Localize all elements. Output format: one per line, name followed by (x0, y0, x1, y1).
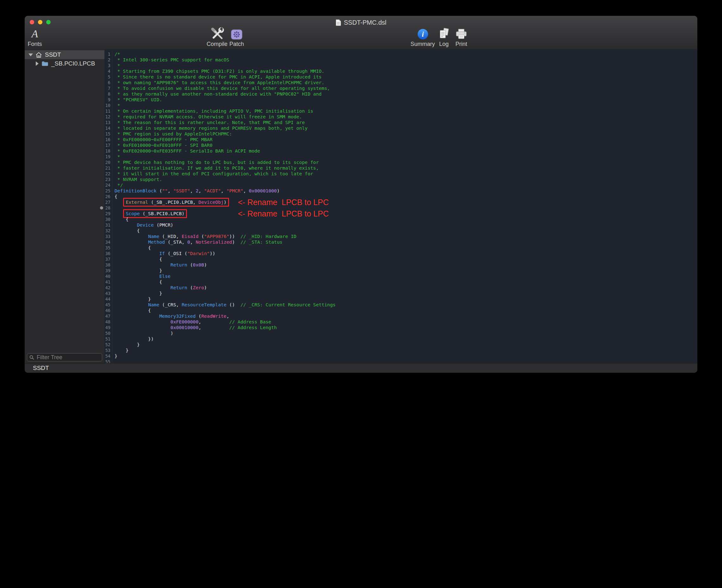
code-line[interactable]: 54} (104, 353, 697, 359)
code-line[interactable]: 7 * To avoid confusion we disable this d… (104, 85, 697, 91)
line-number: 8 (104, 91, 112, 97)
code-line[interactable]: 43 } (104, 291, 697, 296)
document-icon (336, 19, 341, 26)
line-number: 28 (104, 205, 112, 211)
code-line[interactable]: 53 } (104, 348, 697, 353)
log-label: Log (439, 41, 449, 47)
code-text: * located in separate memory regions and… (114, 125, 307, 131)
code-line[interactable]: 22 * it will start in the end of PCI con… (104, 171, 697, 176)
line-number: 38 (104, 262, 112, 268)
code-line[interactable]: 33 Name (_HID, EisaId ("APP9876")) // _H… (104, 234, 697, 239)
code-line[interactable]: 31 Device (PMCR) (104, 222, 697, 228)
filter-input[interactable] (36, 354, 100, 361)
disclosure-triangle-collapsed-icon[interactable] (36, 61, 39, 66)
code-text: { (114, 279, 162, 285)
code-line[interactable]: 32 { (104, 228, 697, 234)
code-line[interactable]: 39 } (104, 268, 697, 273)
code-line[interactable]: 52 } (104, 342, 697, 348)
line-number: 37 (104, 256, 112, 262)
line-number: 20 (104, 160, 112, 165)
code-text: * "PCHRESV" UID. (114, 97, 162, 103)
code-line[interactable]: 3 * (104, 63, 697, 68)
patch-label: Patch (229, 41, 244, 47)
print-button[interactable]: Print (455, 27, 468, 47)
code-line[interactable]: 11 * On certain implementations, includi… (104, 108, 697, 114)
code-line[interactable]: 30 { (104, 216, 697, 222)
line-number: 32 (104, 228, 112, 234)
code-line[interactable]: 44 } (104, 296, 697, 302)
code-text: * required for NVRAM access. Otherwise i… (114, 114, 302, 120)
code-text: * The reason for this is rather unclear.… (114, 120, 305, 125)
code-line[interactable]: 35 { (104, 245, 697, 251)
code-line[interactable]: 28 (104, 205, 697, 211)
code-line[interactable]: 12 * required for NVRAM access. Otherwis… (104, 114, 697, 120)
code-text: Method (_STA, 0, NotSerialized) // _STA:… (114, 239, 282, 245)
code-line[interactable]: 47 Memory32Fixed (ReadWrite, (104, 313, 697, 319)
patch-button[interactable]: Patch (229, 27, 244, 47)
code-text: * NVRAM support. (114, 176, 162, 182)
code-line[interactable]: 2 * Intel 300-series PMC support for mac… (104, 57, 697, 63)
code-line[interactable]: 50 ) (104, 330, 697, 336)
editor-pane[interactable]: 1/*2 * Intel 300-series PMC support for … (104, 49, 697, 363)
code-text: Name (_HID, EisaId ("APP9876")) // _HID:… (114, 234, 296, 239)
code-line[interactable]: 15 * PMC region is used by AppleIntelPCH… (104, 131, 697, 137)
code-line[interactable]: 24 */ (104, 182, 697, 188)
code-text: * Starting from Z390 chipsets PMC (D31:F… (114, 68, 324, 74)
documents-icon (438, 28, 450, 40)
code-line[interactable]: 46 { (104, 308, 697, 313)
code-text: ) (114, 330, 173, 336)
code-line[interactable]: 9 * "PCHRESV" UID. (104, 97, 697, 103)
code-line[interactable]: 48 0xFE000000, // Address Base (104, 319, 697, 325)
code-line[interactable]: 51 }) (104, 336, 697, 342)
code-line[interactable]: 29 Scope (_SB.PCI0.LPCB)<- Rename LPCB t… (104, 211, 697, 216)
code-line[interactable]: 1/* (104, 51, 697, 57)
code-line[interactable]: 27 External (_SB_.PCI0.LPCB, DeviceObj)<… (104, 200, 697, 205)
code-line[interactable]: 23 * NVRAM support. (104, 176, 697, 182)
line-number: 54 (104, 353, 112, 359)
line-number: 1 (104, 51, 112, 57)
code-line[interactable]: 10 * (104, 103, 697, 108)
line-number: 53 (104, 348, 112, 353)
tree-item-label: SSDT (45, 51, 61, 58)
code-line[interactable]: 18 * 0xFE020000~0xFE035FFF - SerialIo BA… (104, 148, 697, 154)
code-line[interactable]: 16 * 0xFE000000~0xFE00FFFF - PMC MBAR (104, 137, 697, 142)
code-line[interactable]: 42 Return (Zero) (104, 285, 697, 291)
code-text: * On certain implementations, including … (114, 108, 313, 114)
line-number: 45 (104, 302, 112, 308)
fonts-button[interactable]: A Fonts (27, 27, 42, 47)
disclosure-triangle-expanded-icon[interactable] (28, 54, 33, 56)
code-line[interactable]: 37 { (104, 256, 697, 262)
tree-item-lpcb[interactable]: _SB.PCI0.LPCB (25, 59, 104, 68)
code-line[interactable]: 21 * faster initialisation. If we add it… (104, 165, 697, 171)
code-text: /* (114, 51, 120, 57)
code-line[interactable]: 38 Return (0x0B) (104, 262, 697, 268)
code-line[interactable]: 4 * Starting from Z390 chipsets PMC (D31… (104, 68, 697, 74)
tree-item-ssdt[interactable]: SSDT (25, 50, 104, 59)
code-line[interactable]: 25DefinitionBlock ("", "SSDT", 2, "ACDT"… (104, 188, 697, 194)
line-number: 40 (104, 273, 112, 279)
code-text: } (114, 296, 151, 302)
code-line[interactable]: 19 * (104, 154, 697, 160)
line-number: 50 (104, 330, 112, 336)
code-line[interactable]: 20 * PMC device has nothing to do to LPC… (104, 160, 697, 165)
code-text: Device (PMCR) (114, 222, 173, 228)
code-text: } (114, 291, 162, 296)
code-line[interactable]: 17 * 0xFE010000~0xFE010FFF - SPI BAR0 (104, 142, 697, 148)
compile-button[interactable]: Compile (207, 27, 228, 47)
code-line[interactable]: 45 Name (_CRS, ResourceTemplate () // _C… (104, 302, 697, 308)
code-line[interactable]: 49 0x00010000, // Address Length (104, 325, 697, 330)
code-line[interactable]: 41 { (104, 279, 697, 285)
log-button[interactable]: Log (438, 27, 450, 47)
code-line[interactable]: 8 * as they normally use another non-sta… (104, 91, 697, 97)
code-line[interactable]: 34 Method (_STA, 0, NotSerialized) // _S… (104, 239, 697, 245)
code-line[interactable]: 13 * The reason for this is rather uncle… (104, 120, 697, 125)
code-line[interactable]: 6 * own naming "APP9876" to access this … (104, 80, 697, 85)
code-line[interactable]: 36 If (_OSI ("Darwin")) (104, 251, 697, 256)
code-line[interactable]: 5 * Since there is no standard device fo… (104, 74, 697, 80)
summary-button[interactable]: i Summary (410, 27, 435, 47)
line-number: 7 (104, 85, 112, 91)
line-number: 46 (104, 308, 112, 313)
code-text: } (114, 353, 118, 359)
code-line[interactable]: 40 Else (104, 273, 697, 279)
code-line[interactable]: 14 * located in separate memory regions … (104, 125, 697, 131)
